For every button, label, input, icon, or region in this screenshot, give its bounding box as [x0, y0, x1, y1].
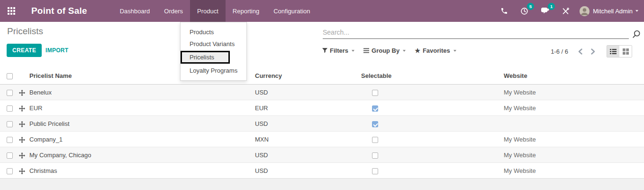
user-name: Mitchell Admin: [593, 8, 633, 15]
favorites-label: Favorites: [423, 47, 450, 54]
pricelist-table-body: Benelux USD My Website EUR EUR My Websit…: [0, 85, 644, 179]
view-switcher: [607, 45, 632, 57]
drag-handle-icon[interactable]: [19, 152, 25, 159]
menu-dashboard[interactable]: Dashboard: [113, 0, 157, 22]
tools-button[interactable]: [555, 0, 576, 22]
table-row[interactable]: Company_1 MXN My Website: [0, 132, 644, 147]
menu-orders[interactable]: Orders: [157, 0, 190, 22]
table-row[interactable]: My Company, Chicago USD My Website: [0, 147, 644, 163]
selectable-checkbox[interactable]: [372, 152, 378, 159]
row-checkbox[interactable]: [7, 121, 13, 127]
row-checkbox[interactable]: [7, 105, 13, 112]
user-menu[interactable]: Mitchell Admin: [580, 6, 638, 16]
table-header-row: Pricelist Name Currency Selectable Websi…: [0, 66, 644, 85]
menu-product[interactable]: Product: [190, 0, 226, 22]
chevron-down-icon: [635, 10, 638, 12]
kanban-view-button[interactable]: [619, 46, 632, 57]
row-checkbox[interactable]: [7, 90, 13, 96]
avatar: [580, 6, 590, 16]
column-header-website[interactable]: Website: [504, 66, 644, 85]
menu-item-pricelists[interactable]: Pricelists: [181, 51, 230, 64]
menu-item-products[interactable]: Products: [181, 26, 246, 38]
menu-configuration[interactable]: Configuration: [266, 0, 317, 22]
apps-menu-icon[interactable]: [0, 0, 23, 22]
table-row[interactable]: Benelux USD My Website: [0, 85, 644, 100]
website-cell: My Website: [504, 147, 644, 163]
website-cell: My Website: [504, 100, 644, 116]
app-title[interactable]: Point of Sale: [31, 0, 87, 22]
pager-next-button[interactable]: [587, 47, 599, 57]
drag-handle-icon[interactable]: [19, 168, 25, 174]
pager-previous-button[interactable]: [574, 47, 587, 57]
message-count-badge: 1: [548, 3, 555, 10]
drag-handle-icon[interactable]: [19, 137, 25, 143]
top-navbar: Point of Sale Dashboard Orders Product R…: [0, 0, 644, 22]
favorites-dropdown[interactable]: ★ Favorites: [415, 47, 456, 54]
chevron-left-icon: [578, 48, 582, 55]
drag-handle-icon[interactable]: [19, 90, 25, 96]
tools-icon: [562, 7, 570, 15]
column-header-currency[interactable]: Currency: [255, 66, 361, 85]
funnel-icon: [322, 48, 327, 53]
navbar-systray: 5 1 Mitchell Admin: [494, 0, 644, 22]
pager: 1-6 / 6: [551, 45, 632, 57]
menu-item-product-variants[interactable]: Product Variants: [181, 38, 246, 50]
row-checkbox[interactable]: [7, 137, 13, 143]
menu-reporting[interactable]: Reporting: [226, 0, 266, 22]
search-icon[interactable]: [632, 30, 641, 38]
activities-button[interactable]: 5: [514, 0, 535, 22]
table-row[interactable]: Christmas USD My Website: [0, 163, 644, 179]
website-cell: My Website: [504, 85, 644, 100]
table-row[interactable]: Public Pricelist USD: [0, 116, 644, 132]
voip-phone-button[interactable]: [494, 0, 514, 22]
pager-range: 1-6 / 6: [551, 48, 568, 55]
pricelist-name-cell[interactable]: EUR: [29, 100, 255, 116]
menu-item-loyalty-programs[interactable]: Loyalty Programs: [181, 65, 246, 76]
selectable-checkbox[interactable]: [372, 137, 378, 143]
pricelist-name-cell[interactable]: Public Pricelist: [29, 116, 255, 132]
activity-count-badge: 5: [527, 3, 534, 10]
star-icon: ★: [415, 48, 420, 54]
pricelists-table: Pricelist Name Currency Selectable Websi…: [0, 66, 644, 179]
row-checkbox[interactable]: [7, 168, 13, 174]
search-input[interactable]: [323, 28, 629, 39]
table-row[interactable]: EUR EUR My Website: [0, 100, 644, 116]
import-button[interactable]: IMPORT: [45, 47, 68, 54]
pricelist-name-cell[interactable]: My Company, Chicago: [29, 147, 255, 163]
currency-cell: USD: [255, 147, 361, 163]
filter-bar: Filters Group By ★ Favorites: [322, 47, 456, 54]
chevron-right-icon: [591, 48, 595, 55]
chevron-down-icon: [454, 50, 456, 52]
currency-cell: EUR: [255, 100, 361, 116]
create-button[interactable]: CREATE: [7, 44, 42, 57]
chevron-down-icon: [403, 50, 406, 52]
drag-column-header: [18, 66, 29, 85]
grid-icon: [8, 7, 15, 15]
main-menu: Dashboard Orders Product Reporting Confi…: [113, 0, 317, 22]
list-lines-icon: [363, 48, 369, 53]
pricelist-name-cell[interactable]: Christmas: [29, 163, 255, 179]
column-header-selectable[interactable]: Selectable: [361, 66, 504, 85]
website-cell: [504, 116, 644, 132]
selectable-checkbox[interactable]: [372, 105, 378, 112]
filters-label: Filters: [330, 47, 348, 54]
pricelist-name-cell[interactable]: Benelux: [29, 85, 255, 100]
group-by-label: Group By: [372, 47, 399, 54]
selectable-checkbox[interactable]: [372, 168, 378, 174]
pricelist-name-cell[interactable]: Company_1: [29, 132, 255, 147]
kanban-view-icon: [623, 48, 629, 55]
row-checkbox[interactable]: [7, 152, 13, 159]
drag-handle-icon[interactable]: [19, 105, 25, 112]
group-by-dropdown[interactable]: Group By: [363, 47, 406, 54]
drag-handle-icon[interactable]: [19, 121, 25, 127]
selectable-checkbox[interactable]: [372, 90, 378, 96]
list-view-icon: [610, 48, 617, 55]
messages-button[interactable]: 1: [535, 0, 555, 22]
chevron-down-icon: [352, 50, 354, 52]
select-all-checkbox[interactable]: [7, 73, 13, 79]
phone-icon: [500, 7, 508, 15]
currency-cell: USD: [255, 163, 361, 179]
selectable-checkbox[interactable]: [372, 121, 378, 127]
list-view-button[interactable]: [607, 46, 619, 57]
filters-dropdown[interactable]: Filters: [322, 47, 354, 54]
